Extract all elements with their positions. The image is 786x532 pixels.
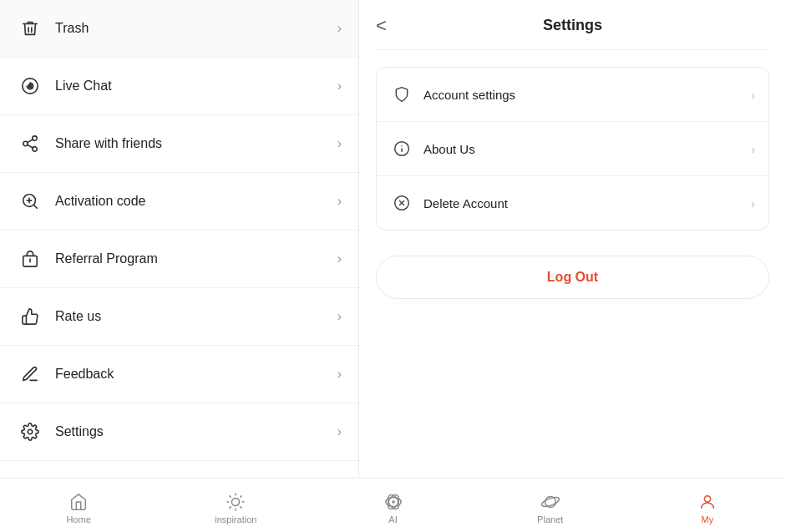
menu-label-trash: Trash [55,21,337,36]
chevron-right-icon: › [337,136,342,151]
nav-item-home[interactable]: Home [0,487,157,524]
share-icon [17,130,43,157]
referral-icon [17,246,43,272]
svg-point-35 [704,495,710,501]
chevron-right-icon: › [337,424,342,439]
menu-item-share[interactable]: Share with friends › [0,115,358,173]
left-menu: Trash › Live Chat › Share with friends ›… [0,0,359,478]
chevron-right-icon: › [751,196,755,210]
chevron-right-icon: › [337,79,342,94]
svg-line-24 [241,506,241,507]
account-settings-label: Account settings [423,88,751,102]
inspiration-icon [226,492,246,512]
chevron-right-icon: › [337,367,342,382]
menu-label-live-chat: Live Chat [55,79,337,94]
nav-item-my[interactable]: My [629,487,786,524]
home-icon [68,492,89,512]
svg-line-6 [28,139,33,143]
chevron-right-icon: › [337,21,342,36]
right-panel-title: Settings [376,17,769,34]
menu-label-settings: Settings [55,424,337,439]
svg-line-8 [33,205,37,208]
svg-point-1 [28,84,33,89]
rate-icon [17,303,43,330]
settings-item-about[interactable]: About Us › [377,122,768,176]
info-icon [390,137,413,160]
x-circle-icon [390,191,413,215]
chevron-right-icon: › [337,309,342,324]
menu-item-activation[interactable]: Activation code › [0,173,358,231]
svg-line-27 [230,506,231,507]
settings-item-delete[interactable]: Delete Account › [377,176,768,230]
nav-label-planet: Planet [537,514,563,524]
back-button[interactable]: < [376,15,387,37]
trash-icon [17,15,43,42]
settings-card: Account settings › About Us › Delete Acc… [376,67,769,231]
about-us-label: About Us [423,142,751,156]
menu-label-rate: Rate us [55,309,337,324]
nav-label-ai: AI [388,514,397,524]
right-panel: < Settings Account settings › About Us › [359,0,786,478]
svg-point-13 [28,429,33,434]
settings-icon [17,418,43,445]
right-header: < Settings [376,0,769,50]
svg-line-5 [28,144,33,148]
menu-item-trash[interactable]: Trash › [0,0,358,58]
live-chat-icon [17,73,43,99]
nav-label-inspiration: inspiration [215,514,256,524]
settings-item-account[interactable]: Account settings › [377,68,768,122]
chevron-right-icon: › [751,88,755,102]
menu-label-referral: Referral Program [55,251,337,266]
menu-item-feedback[interactable]: Feedback › [0,346,358,403]
logout-button[interactable]: Log Out [376,256,769,299]
my-icon [697,492,718,512]
ai-icon [383,492,403,512]
nav-label-home: Home [66,514,90,524]
nav-label-my: My [702,514,714,524]
chevron-right-icon: › [337,194,342,209]
nav-item-ai[interactable]: AI [314,487,471,524]
menu-item-referral[interactable]: Referral Program › [0,231,358,288]
menu-item-rate[interactable]: Rate us › [0,288,358,346]
svg-line-23 [230,495,231,496]
menu-label-activation: Activation code [55,194,337,209]
nav-item-planet[interactable]: Planet [472,487,629,524]
bottom-nav: Home inspiration AI Planet My [0,478,786,532]
chevron-right-icon: › [337,251,342,266]
svg-point-34 [541,495,560,508]
delete-account-label: Delete Account [423,196,751,210]
menu-label-feedback: Feedback [55,367,337,382]
svg-line-28 [241,495,241,496]
svg-point-32 [392,500,395,504]
menu-item-settings[interactable]: Settings › [0,403,358,461]
chevron-right-icon: › [751,142,755,156]
feedback-icon [17,361,43,388]
shield-icon [390,83,413,106]
nav-item-inspiration[interactable]: inspiration [157,487,314,524]
menu-label-share: Share with friends [55,136,337,151]
activation-icon [17,188,43,215]
menu-item-live-chat[interactable]: Live Chat › [0,58,358,115]
planet-icon [540,492,560,512]
svg-point-20 [232,498,240,505]
